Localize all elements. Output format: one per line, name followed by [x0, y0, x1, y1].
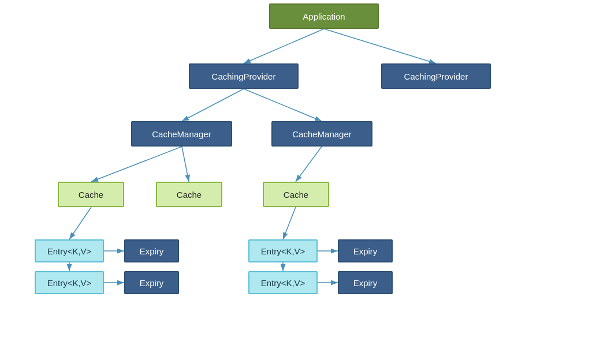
- svg-line-7: [296, 147, 322, 182]
- svg-line-3: [182, 89, 244, 121]
- entry-3a-node: Entry<K,V>: [248, 239, 318, 262]
- cache-manager-2-node: CacheManager: [271, 121, 372, 147]
- svg-line-1: [244, 29, 324, 63]
- cache-2-label: Cache: [177, 190, 202, 200]
- entry-1a-label: Entry<K,V>: [47, 246, 92, 256]
- svg-line-6: [182, 147, 189, 182]
- expiry-3b-node: Expiry: [338, 271, 393, 294]
- cache-manager-2-label: CacheManager: [292, 129, 352, 139]
- expiry-1b-node: Expiry: [124, 271, 179, 294]
- entry-3b-label: Entry<K,V>: [261, 278, 305, 288]
- expiry-1b-label: Expiry: [140, 278, 164, 288]
- caching-provider-2-label: CachingProvider: [404, 72, 468, 81]
- entry-1b-label: Entry<K,V>: [47, 278, 92, 288]
- caching-provider-1-label: CachingProvider: [212, 72, 276, 81]
- application-label: Application: [303, 12, 345, 21]
- caching-provider-2-node: CachingProvider: [381, 63, 491, 89]
- cache-3-label: Cache: [284, 190, 308, 200]
- svg-line-5: [91, 147, 182, 182]
- cache-manager-1-node: CacheManager: [131, 121, 232, 147]
- svg-line-12: [283, 207, 296, 239]
- cache-1-label: Cache: [79, 190, 103, 200]
- expiry-3b-label: Expiry: [353, 278, 378, 288]
- cache-2-node: Cache: [156, 182, 222, 207]
- caching-provider-1-node: CachingProvider: [189, 63, 299, 89]
- cache-manager-1-label: CacheManager: [152, 129, 211, 139]
- entry-3a-label: Entry<K,V>: [261, 246, 305, 256]
- expiry-1a-node: Expiry: [124, 239, 179, 262]
- cache-3-node: Cache: [263, 182, 329, 207]
- diagram-container: Application CachingProvider CachingProvi…: [0, 0, 600, 364]
- application-node: Application: [269, 3, 379, 29]
- expiry-3a-label: Expiry: [353, 246, 378, 256]
- svg-line-4: [244, 89, 322, 121]
- svg-line-8: [69, 207, 91, 239]
- expiry-3a-node: Expiry: [338, 239, 393, 262]
- entry-1b-node: Entry<K,V>: [35, 271, 104, 294]
- expiry-1a-label: Expiry: [140, 246, 164, 256]
- entry-3b-node: Entry<K,V>: [248, 271, 318, 294]
- entry-1a-node: Entry<K,V>: [35, 239, 104, 262]
- svg-line-2: [324, 29, 436, 63]
- cache-1-node: Cache: [58, 182, 124, 207]
